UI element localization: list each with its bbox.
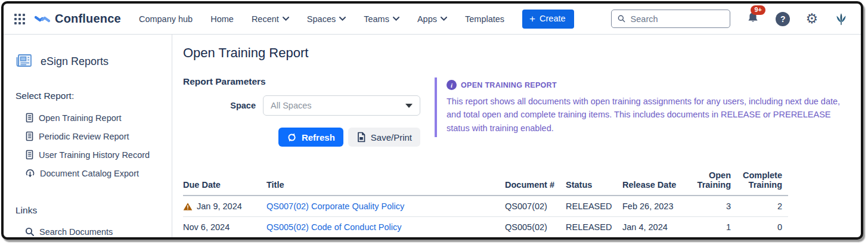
col-title[interactable]: Title [266, 168, 505, 196]
info-panel-title: OPEN TRAINING REPORT [461, 81, 557, 89]
sidebar-item-periodic-review-report[interactable]: Periodic Review Report [16, 127, 166, 145]
sidebar-item-open-training-report[interactable]: Open Training Report [16, 108, 166, 127]
newspaper-icon [16, 54, 33, 69]
col-complete-training[interactable]: Complete Training [737, 168, 788, 196]
space-label: Space [183, 101, 263, 110]
warning-icon [183, 202, 193, 211]
info-icon: i [447, 80, 457, 90]
open-training-count: 3 [689, 196, 737, 217]
select-report-heading: Select Report: [16, 91, 166, 101]
page-title: Open Training Report [183, 45, 851, 61]
status: RELEASED [566, 217, 622, 238]
help-button[interactable]: ? [776, 12, 790, 26]
col-document-number[interactable]: Document # [505, 168, 566, 196]
document-link[interactable]: QS007(02) Corporate Quality Policy [266, 201, 404, 211]
complete-training-count: 0 [737, 238, 788, 240]
complete-training-count: 0 [737, 217, 788, 238]
document-icon [356, 132, 366, 142]
document-link[interactable]: QS005(02) Code of Conduct Policy [266, 222, 402, 232]
search-box[interactable] [611, 10, 730, 28]
nav-company-hub[interactable]: Company hub [139, 14, 193, 24]
chevron-down-icon [339, 17, 346, 21]
chevron-down-icon [283, 17, 289, 21]
search-icon [25, 227, 35, 237]
release-date: Feb 26, 2023 [622, 196, 689, 217]
sidebar-title-label: eSign Reports [41, 55, 108, 68]
document-number: QS005(02) [505, 217, 566, 238]
export-download-icon [25, 168, 35, 178]
nav-templates[interactable]: Templates [465, 14, 504, 24]
status: RELEASED [566, 238, 622, 240]
app-switcher-icon[interactable] [14, 14, 25, 24]
confluence-logo[interactable]: Confluence [35, 12, 121, 26]
main-content: Open Training Report Report Parameters S… [172, 35, 861, 240]
complete-training-count: 2 [737, 196, 788, 217]
col-release-date[interactable]: Release Date [622, 168, 689, 196]
primary-nav: Company hub Home Recent Spaces Teams App… [139, 14, 504, 24]
nav-home[interactable]: Home [210, 14, 234, 24]
question-mark-icon: ? [780, 14, 786, 24]
info-panel-body: This report shows all documents with ope… [447, 95, 849, 135]
plus-icon: + [529, 14, 535, 24]
report-document-icon [25, 131, 34, 141]
create-button[interactable]: + Create [522, 10, 574, 29]
save-print-button[interactable]: Save/Print [348, 128, 420, 147]
release-date: Jan 4, 2024 [622, 217, 689, 238]
top-navigation-bar: Confluence Company hub Home Recent Space… [4, 4, 861, 35]
notifications-button[interactable]: 9+ [746, 11, 760, 27]
notification-badge: 9+ [751, 5, 765, 15]
search-icon [618, 14, 625, 23]
sidebar-item-document-catalog-export[interactable]: Document Catalog Export [16, 164, 166, 182]
document-number: QS007(02) [505, 196, 566, 217]
refresh-button[interactable]: Refresh [278, 128, 343, 147]
open-training-count: 1 [689, 217, 737, 238]
space-select[interactable]: All Spaces [263, 95, 420, 116]
col-open-training[interactable]: Open Training [689, 168, 737, 196]
report-parameters-heading: Report Parameters [183, 76, 420, 87]
report-parameters-panel: Report Parameters Space All Spaces [183, 76, 420, 147]
space-select-value: All Spaces [271, 101, 405, 110]
open-training-count: 3 [689, 238, 737, 240]
links-heading: Links [16, 205, 166, 216]
info-panel: i OPEN TRAINING REPORT This report shows… [435, 77, 851, 137]
nav-teams[interactable]: Teams [364, 14, 399, 24]
col-due-date[interactable]: Due Date [183, 168, 266, 196]
table-row: Apr 18, 2024 DC002(04) Jira Qualificatio… [183, 238, 788, 240]
report-document-icon [25, 150, 34, 160]
app-window: Confluence Company hub Home Recent Space… [1, 1, 863, 240]
due-date: Jan 9, 2024 [197, 201, 242, 211]
refresh-icon [287, 132, 297, 142]
sidebar-title: eSign Reports [16, 54, 166, 69]
table-header-row: Due Date Title Document # Status Release… [183, 168, 788, 196]
document-number: DC002(04) [505, 238, 566, 240]
release-date: Dec 18, 2023 [622, 238, 689, 240]
sidebar-item-user-training-history[interactable]: User Training History Record [16, 145, 166, 164]
status: RELEASED [566, 196, 622, 217]
sidebar-item-search-documents[interactable]: Search Documents [16, 223, 166, 240]
gear-icon: ⚙ [805, 11, 818, 26]
confluence-logo-icon [35, 13, 50, 26]
col-status[interactable]: Status [566, 168, 622, 196]
table-row: Nov 6, 2024 QS005(02) Code of Conduct Po… [183, 217, 788, 238]
topbar-right-cluster: 9+ ? ⚙ [611, 10, 849, 28]
caret-down-icon [405, 104, 413, 108]
due-date: Nov 6, 2024 [183, 222, 230, 232]
chevron-down-icon [441, 17, 447, 21]
logo-text: Confluence [55, 12, 121, 26]
table-row: Jan 9, 2024 QS007(02) Corporate Quality … [183, 196, 788, 217]
search-input[interactable] [631, 14, 724, 24]
profile-avatar[interactable] [833, 11, 849, 27]
chevron-down-icon [393, 17, 399, 21]
open-training-table: Due Date Title Document # Status Release… [183, 168, 788, 240]
nav-spaces[interactable]: Spaces [307, 14, 346, 24]
esign-sidebar: eSign Reports Select Report: Open Traini… [4, 35, 172, 240]
nav-apps[interactable]: Apps [417, 14, 447, 24]
report-document-icon [25, 113, 34, 123]
settings-button[interactable]: ⚙ [805, 12, 818, 26]
nav-recent[interactable]: Recent [252, 14, 289, 24]
